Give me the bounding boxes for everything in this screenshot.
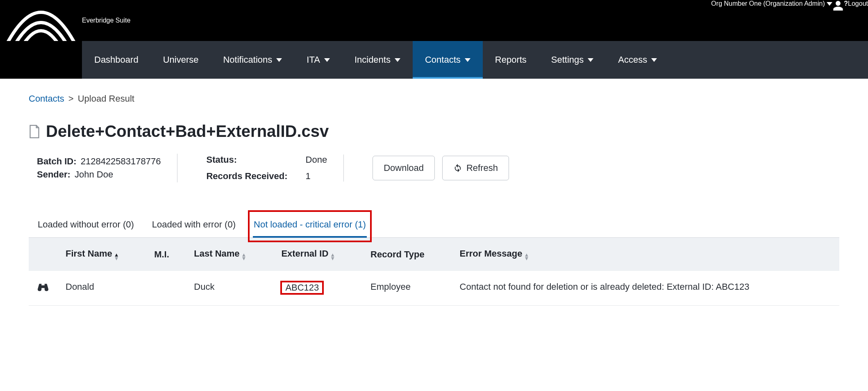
chevron-down-icon: [465, 58, 470, 62]
org-switcher[interactable]: Org Number One (Organization Admin): [711, 0, 832, 41]
tab-2[interactable]: Not loaded - critical error (1): [253, 215, 367, 237]
chevron-down-icon: [276, 58, 282, 62]
col-last-name[interactable]: Last Name▲▼: [186, 238, 273, 271]
file-icon: [29, 125, 40, 139]
binoculars-icon: [37, 282, 49, 292]
refresh-icon: [453, 164, 462, 173]
logout-button[interactable]: Logout: [848, 0, 868, 41]
logout-label: Logout: [848, 0, 868, 7]
download-button[interactable]: Download: [373, 156, 435, 180]
cell: Duck: [186, 271, 273, 306]
user-icon: [832, 0, 844, 11]
nav-item-reports[interactable]: Reports: [483, 41, 539, 79]
col-label: Error Message: [460, 248, 523, 259]
nav-item-ita[interactable]: ITA: [294, 41, 342, 79]
sort-icon: ▲▼: [330, 253, 335, 260]
batch-id-label: Batch ID:: [37, 156, 77, 166]
nav-item-label: Dashboard: [94, 55, 139, 65]
col-icon: [29, 238, 57, 271]
refresh-button[interactable]: Refresh: [442, 156, 509, 180]
nav-item-contacts[interactable]: Contacts: [413, 41, 483, 79]
help-button[interactable]: ?: [844, 0, 848, 41]
table-row: DonaldDuckABC123EmployeeContact not foun…: [29, 271, 839, 306]
refresh-label: Refresh: [466, 163, 498, 173]
row-view-icon-cell[interactable]: [29, 271, 57, 306]
nav-item-label: Access: [618, 55, 647, 65]
nav-item-label: ITA: [307, 55, 320, 65]
sender-value: John Doe: [75, 169, 113, 180]
col-error-message[interactable]: Error Message▲▼: [452, 238, 839, 271]
logo-spacer: [0, 41, 82, 79]
cell: [146, 271, 186, 306]
col-label: Last Name: [194, 248, 239, 259]
external-id-highlight: ABC123: [281, 282, 323, 294]
col-external-id[interactable]: External ID▲▼: [273, 238, 362, 271]
org-role: (Organization Admin): [763, 0, 825, 7]
tab-1[interactable]: Loaded with error (0): [151, 215, 236, 237]
nav-item-dashboard[interactable]: Dashboard: [82, 41, 151, 79]
col-label: External ID: [281, 248, 328, 259]
download-label: Download: [384, 163, 424, 173]
chevron-down-icon: [588, 58, 593, 62]
cell: Donald: [57, 271, 146, 306]
col-first-name[interactable]: First Name▲▼: [57, 238, 146, 271]
chevron-down-icon: [324, 58, 330, 62]
chevron-down-icon: [827, 2, 832, 6]
col-label: Record Type: [370, 249, 425, 259]
page-title: Delete+Contact+Bad+ExternalID.csv: [29, 122, 839, 141]
nav-item-notifications[interactable]: Notifications: [211, 41, 294, 79]
app-header: Everbridge Suite Org Number One (Organiz…: [0, 0, 868, 79]
user-account-button[interactable]: [832, 0, 844, 41]
meta-actions: Download Refresh: [364, 156, 525, 180]
page-title-text: Delete+Contact+Bad+ExternalID.csv: [46, 122, 329, 141]
help-icon: ?: [844, 0, 848, 7]
status-label: Status:: [206, 155, 287, 165]
nav-item-label: Universe: [163, 55, 199, 65]
org-name: Org Number One: [711, 0, 761, 7]
col-record-type[interactable]: Record Type: [362, 238, 451, 271]
cell: Employee: [362, 271, 451, 306]
col-label: First Name: [66, 248, 112, 259]
breadcrumb-current: Upload Result: [78, 93, 134, 104]
nav-item-label: Settings: [551, 55, 584, 65]
sort-icon: ▲▼: [524, 253, 529, 260]
sort-icon: ▲▼: [241, 253, 247, 260]
breadcrumb-root[interactable]: Contacts: [29, 93, 64, 104]
nav-item-incidents[interactable]: Incidents: [342, 41, 413, 79]
meta-batch-sender: Batch ID: 2128422583178776 Sender: John …: [29, 154, 177, 182]
cell: ABC123: [273, 271, 362, 306]
meta-status-records: Status: Done Records Received: 1: [198, 155, 344, 182]
error-table: First Name▲▼M.I.Last Name▲▼External ID▲▼…: [29, 238, 839, 306]
nav-item-label: Incidents: [354, 55, 391, 65]
nav-item-label: Notifications: [223, 55, 272, 65]
table-header-row: First Name▲▼M.I.Last Name▲▼External ID▲▼…: [29, 238, 839, 271]
nav-item-label: Contacts: [425, 55, 461, 65]
records-label: Records Received:: [206, 171, 287, 182]
cell: Contact not found for deletion or is alr…: [452, 271, 839, 306]
nav-item-label: Reports: [495, 55, 527, 65]
nav-item-universe[interactable]: Universe: [151, 41, 211, 79]
batch-id-value: 2128422583178776: [81, 156, 161, 166]
breadcrumb-sep: >: [68, 93, 74, 104]
chevron-down-icon: [651, 58, 657, 62]
page-content: Contacts > Upload Result Delete+Contact+…: [0, 79, 868, 321]
col-m-i-[interactable]: M.I.: [146, 238, 186, 271]
sort-icon: ▲▼: [114, 253, 119, 260]
result-tabs: Loaded without error (0)Loaded with erro…: [29, 215, 839, 238]
nav-item-settings[interactable]: Settings: [539, 41, 606, 79]
sender-label: Sender:: [37, 169, 70, 180]
nav-item-access[interactable]: Access: [606, 41, 669, 79]
main-nav: DashboardUniverseNotificationsITAInciden…: [82, 41, 868, 79]
breadcrumb: Contacts > Upload Result: [29, 93, 839, 104]
records-value: 1: [306, 171, 327, 182]
col-label: M.I.: [154, 249, 169, 259]
table-body: DonaldDuckABC123EmployeeContact not foun…: [29, 271, 839, 306]
status-value: Done: [306, 155, 327, 165]
tab-0[interactable]: Loaded without error (0): [37, 215, 135, 237]
upload-meta: Batch ID: 2128422583178776 Sender: John …: [29, 154, 839, 182]
brand-title: Everbridge Suite: [82, 17, 130, 24]
chevron-down-icon: [395, 58, 400, 62]
